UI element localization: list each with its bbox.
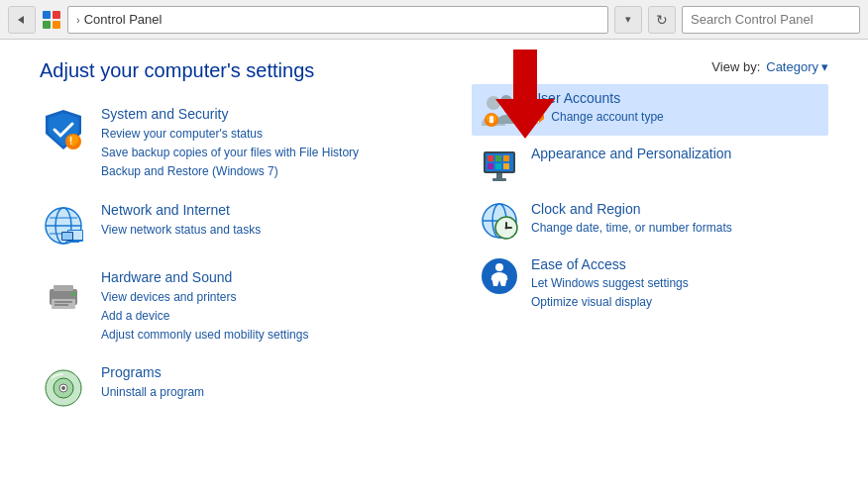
system-security-icon: ! xyxy=(40,106,87,153)
svg-rect-24 xyxy=(54,304,68,306)
svg-rect-0 xyxy=(43,11,51,19)
appearance-icon xyxy=(480,146,519,185)
system-security-title[interactable]: System and Security xyxy=(101,106,442,122)
viewby-label: View by: xyxy=(711,59,760,74)
svg-rect-45 xyxy=(495,163,501,169)
clock-region-text: Clock and Region Change date, time, or n… xyxy=(531,201,820,238)
system-security-link-1[interactable]: Review your computer's status xyxy=(101,125,442,144)
svg-rect-23 xyxy=(54,301,72,303)
svg-point-29 xyxy=(61,386,65,390)
category-network-internet: Network and Internet View network status… xyxy=(40,202,442,249)
control-panel-icon xyxy=(42,10,61,30)
category-programs: Programs Uninstall a program xyxy=(40,364,442,412)
network-internet-text: Network and Internet View network status… xyxy=(101,202,442,240)
hardware-sound-text: Hardware and Sound View devices and prin… xyxy=(101,269,442,346)
path-chevron: › xyxy=(76,14,80,26)
programs-text: Programs Uninstall a program xyxy=(101,364,442,402)
ease-of-access-link-1[interactable]: Let Windows suggest settings xyxy=(531,274,820,293)
address-path[interactable]: › Control Panel xyxy=(67,6,608,34)
svg-rect-48 xyxy=(492,178,506,181)
svg-text:!: ! xyxy=(69,136,72,147)
viewby-dropdown[interactable]: Category ▾ xyxy=(766,59,828,74)
left-panel: Adjust your computer's settings ! System… xyxy=(40,59,472,477)
right-category-clock-region[interactable]: Clock and Region Change date, time, or n… xyxy=(472,195,828,247)
svg-rect-43 xyxy=(503,155,509,161)
ease-of-access-text: Ease of Access Let Windows suggest setti… xyxy=(531,256,820,312)
appearance-title[interactable]: Appearance and Personalization xyxy=(531,146,820,161)
network-internet-title[interactable]: Network and Internet xyxy=(101,202,442,218)
svg-rect-41 xyxy=(488,155,493,161)
system-security-text: System and Security Review your computer… xyxy=(101,106,442,182)
programs-title[interactable]: Programs xyxy=(101,364,442,380)
right-category-ease-of-access[interactable]: Ease of Access Let Windows suggest setti… xyxy=(472,250,828,318)
clock-region-icon xyxy=(480,201,519,241)
page-title: Adjust your computer's settings xyxy=(40,59,442,82)
viewby-value: Category xyxy=(766,59,818,74)
user-accounts-link-1[interactable]: Change account type xyxy=(531,108,820,127)
clock-region-title[interactable]: Clock and Region xyxy=(531,201,820,217)
svg-rect-2 xyxy=(43,21,51,29)
system-security-link-2[interactable]: Save backup copies of your files with Fi… xyxy=(101,144,442,162)
svg-point-25 xyxy=(71,292,75,296)
user-accounts-text: User Accounts Change account type xyxy=(531,90,820,127)
clock-region-link-1[interactable]: Change date, time, or number formats xyxy=(531,219,820,238)
viewby-chevron-icon: ▾ xyxy=(821,59,828,74)
address-bar: › Control Panel ▾ ↻ xyxy=(0,0,868,40)
hardware-sound-link-1[interactable]: View devices and printers xyxy=(101,288,442,307)
search-input[interactable] xyxy=(682,6,860,34)
address-dropdown-button[interactable]: ▾ xyxy=(614,6,642,34)
hardware-sound-icon xyxy=(40,269,87,317)
svg-rect-17 xyxy=(71,241,79,243)
ease-of-access-title[interactable]: Ease of Access xyxy=(531,256,820,272)
svg-rect-21 xyxy=(54,285,73,291)
user-accounts-title[interactable]: User Accounts xyxy=(531,90,820,106)
nav-up-button[interactable] xyxy=(8,6,36,34)
refresh-button[interactable]: ↻ xyxy=(648,6,676,34)
svg-rect-44 xyxy=(488,163,493,169)
svg-rect-42 xyxy=(495,155,501,161)
svg-rect-47 xyxy=(496,173,502,178)
category-system-security: ! System and Security Review your comput… xyxy=(40,106,442,182)
hardware-sound-link-2[interactable]: Add a device xyxy=(101,307,442,326)
category-hardware-sound: Hardware and Sound View devices and prin… xyxy=(40,269,442,346)
appearance-text: Appearance and Personalization xyxy=(531,146,820,163)
svg-rect-19 xyxy=(62,233,72,240)
svg-rect-1 xyxy=(53,11,60,19)
network-internet-link-1[interactable]: View network status and tasks xyxy=(101,221,442,240)
programs-icon xyxy=(40,364,87,412)
ease-of-access-link-2[interactable]: Optimize visual display xyxy=(531,293,820,312)
right-category-appearance[interactable]: Appearance and Personalization xyxy=(472,140,828,191)
arrow-indicator xyxy=(486,50,565,139)
hardware-sound-link-3[interactable]: Adjust commonly used mobility settings xyxy=(101,326,442,345)
svg-marker-4 xyxy=(495,50,555,139)
programs-link-1[interactable]: Uninstall a program xyxy=(101,383,442,402)
svg-point-55 xyxy=(505,227,508,230)
hardware-sound-title[interactable]: Hardware and Sound xyxy=(101,269,442,285)
main-content: Adjust your computer's settings ! System… xyxy=(0,40,868,497)
svg-rect-46 xyxy=(503,163,509,169)
svg-point-57 xyxy=(495,263,503,271)
svg-rect-3 xyxy=(53,21,60,29)
system-security-link-3[interactable]: Backup and Restore (Windows 7) xyxy=(101,162,442,181)
network-internet-icon xyxy=(40,202,87,249)
ease-of-access-icon xyxy=(480,256,519,296)
address-path-text: Control Panel xyxy=(84,12,163,27)
